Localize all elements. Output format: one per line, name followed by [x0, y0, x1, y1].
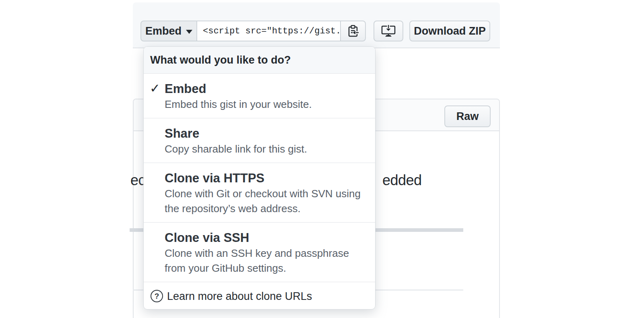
embed-options-dropdown: What would you like to do? ✓ Embed Embed… [143, 46, 376, 310]
dropdown-item-description: Clone with an SSH key and passphrase fro… [165, 246, 365, 276]
dropdown-item-clone-ssh[interactable]: Clone via SSH Clone with an SSH key and … [144, 223, 375, 282]
clippy-copy-icon [346, 24, 360, 38]
gist-page: Embed [0, 0, 644, 318]
raw-button[interactable]: Raw [444, 105, 491, 127]
dropdown-item-clone-https[interactable]: Clone via HTTPS Clone with Git or checko… [144, 163, 375, 223]
caret-down-icon [186, 30, 192, 34]
question-icon: ? [151, 290, 163, 302]
dropdown-item-description: Clone with Git or checkout with SVN usin… [165, 186, 365, 216]
embed-menu-button[interactable]: Embed [140, 21, 197, 41]
dropdown-item-title: Embed [165, 82, 365, 96]
dropdown-item-title: Clone via SSH [165, 231, 365, 245]
embed-menu-button-label: Embed [145, 25, 182, 37]
dropdown-item-description: Embed this gist in your website. [165, 97, 365, 112]
open-in-desktop-button[interactable] [374, 21, 403, 41]
dropdown-item-title: Share [165, 127, 365, 140]
dropdown-footer-label: Learn more about clone URLs [167, 290, 312, 302]
dropdown-item-title: Clone via HTTPS [165, 171, 365, 185]
download-zip-button[interactable]: Download ZIP [409, 21, 490, 41]
dropdown-item-embed[interactable]: ✓ Embed Embed this gist in your website. [144, 74, 375, 118]
dropdown-header: What would you like to do? [144, 47, 375, 74]
dropdown-item-description: Copy sharable link for this gist. [165, 142, 365, 157]
dropdown-item-share[interactable]: Share Copy sharable link for this gist. [144, 118, 375, 163]
copy-to-clipboard-button[interactable] [340, 21, 366, 41]
dropdown-footer-learn-more[interactable]: ? Learn more about clone URLs [144, 282, 375, 309]
download-zip-label: Download ZIP [414, 25, 486, 37]
raw-button-label: Raw [456, 110, 479, 123]
desktop-download-icon [381, 25, 396, 37]
check-icon: ✓ [150, 82, 160, 95]
embed-code-input[interactable] [196, 21, 341, 41]
embed-input-group: Embed [140, 21, 366, 41]
background-text-fragment-right: edded [382, 173, 422, 188]
